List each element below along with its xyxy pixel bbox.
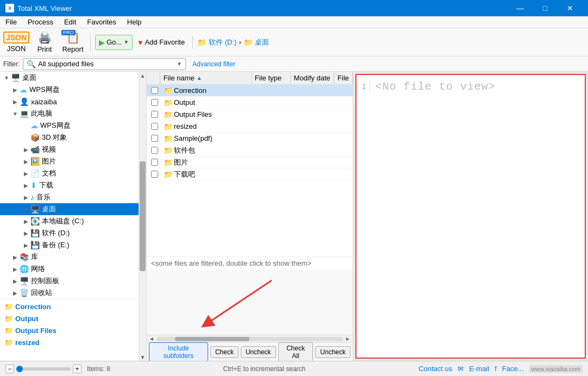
menu-file[interactable]: File xyxy=(0,16,22,28)
col-header-date[interactable]: Modify date xyxy=(291,72,335,84)
expand-icon[interactable]: ▼ xyxy=(2,75,11,81)
expand-icon[interactable]: ▶ xyxy=(22,159,30,165)
tree-scroll[interactable]: ▼ 🖥️ 桌面 ▶ ☁ WPS网盘 ▶ 👤 xaizaiba ▼ 💻 xyxy=(0,72,139,361)
file-hscroll[interactable]: ◄ ► xyxy=(147,335,353,342)
file-list-scroll[interactable]: 📁 Correction 📁 Output 📁 Output Files xyxy=(147,85,353,256)
include-subfolders-button[interactable]: Include subfolders xyxy=(149,342,208,361)
menu-help[interactable]: Help xyxy=(122,16,147,28)
file-checkbox-pic[interactable] xyxy=(147,159,162,166)
zoom-plus-button[interactable]: + xyxy=(73,365,82,373)
hscroll-thumb[interactable] xyxy=(175,337,249,341)
file-row-download[interactable]: 📁 下载吧 xyxy=(147,168,353,180)
tree-item-images[interactable]: ▶ 🖼️ 图片 xyxy=(0,155,139,167)
menu-process[interactable]: Process xyxy=(22,16,59,28)
tree-scrollbar[interactable]: ▲ ▼ xyxy=(139,72,146,361)
expand-icon[interactable]: ▶ xyxy=(22,147,30,153)
expand-icon[interactable]: ▶ xyxy=(22,218,30,224)
zoom-slider[interactable] xyxy=(16,367,71,371)
file-checkbox-download[interactable] xyxy=(147,171,162,178)
path-part-1[interactable]: 软件 (D:) xyxy=(209,37,236,47)
pinned-correction[interactable]: 📁 Correction xyxy=(0,300,139,312)
add-favorite-button[interactable]: ♥ Add Favorite xyxy=(135,35,188,50)
tree-item-e-drive[interactable]: ▶ 💾 备份 (E:) xyxy=(0,239,139,251)
file-row-sample[interactable]: 📁 Sample(pdf) xyxy=(147,133,353,145)
tree-item-desktop-selected[interactable]: ▼ 🖥️ 桌面 xyxy=(0,203,139,215)
file-row-resized[interactable]: 📁 resized xyxy=(147,121,353,133)
file-row-output[interactable]: 📁 Output xyxy=(147,97,353,109)
tree-item-desktop-top[interactable]: ▼ 🖥️ 桌面 xyxy=(0,72,139,84)
tree-item-d-drive[interactable]: ▶ 💾 软件 (D:) xyxy=(0,227,139,239)
tree-item-3d[interactable]: 📦 3D 对象 xyxy=(0,131,139,143)
expand-icon[interactable]: ▶ xyxy=(22,195,30,200)
uncheck-all-button[interactable]: Uncheck xyxy=(315,346,351,358)
file-checkbox-output-files[interactable] xyxy=(147,111,162,118)
json-button[interactable]: JSON JSON xyxy=(3,30,29,54)
tree-item-c-drive[interactable]: ▶ 💽 本地磁盘 (C:) xyxy=(0,215,139,227)
col-header-file[interactable]: File xyxy=(334,72,353,84)
report-button[interactable]: PRO 📋 Report xyxy=(60,30,86,54)
filter-dropdown[interactable]: 🔍 All supported files ▼ xyxy=(23,58,186,70)
go-button[interactable]: ▶ Go... ▼ xyxy=(95,35,133,50)
file-row-pkg[interactable]: 📁 软件包 xyxy=(147,145,353,156)
pinned-resized[interactable]: 📁 resized xyxy=(0,336,139,348)
zoom-thumb[interactable] xyxy=(16,366,23,372)
expand-icon[interactable]: ▶ xyxy=(22,230,30,236)
scroll-thumb[interactable] xyxy=(140,161,146,271)
expand-icon[interactable]: ▶ xyxy=(11,290,20,296)
pinned-output[interactable]: 📁 Output xyxy=(0,312,139,324)
expand-icon[interactable]: ▶ xyxy=(11,254,20,260)
expand-icon[interactable]: ▶ xyxy=(22,242,30,248)
minimize-button[interactable]: — xyxy=(508,0,533,16)
menu-edit[interactable]: Edit xyxy=(59,16,82,28)
file-row-output-files[interactable]: 📁 Output Files xyxy=(147,109,353,121)
print-button[interactable]: 🖨️ Print xyxy=(32,30,58,54)
tree-item-music[interactable]: ▶ ♪ 音乐 xyxy=(0,191,139,203)
file-row-pic[interactable]: 📁 图片 xyxy=(147,156,353,168)
scroll-track[interactable] xyxy=(139,79,146,353)
tree-item-docs[interactable]: ▶ 📄 文档 xyxy=(0,167,139,179)
tree-item-trash[interactable]: ▶ 🗑️ 回收站 xyxy=(0,287,139,299)
close-button[interactable]: ✕ xyxy=(558,0,583,16)
maximize-button[interactable]: □ xyxy=(533,0,558,16)
scroll-up-arrow[interactable]: ▲ xyxy=(139,72,146,79)
tree-item-xaizaiba[interactable]: ▶ 👤 xaizaiba xyxy=(0,96,139,108)
tree-item-network[interactable]: ▶ 🌐 网络 xyxy=(0,263,139,275)
zoom-minus-button[interactable]: − xyxy=(5,365,14,373)
tree-item-downloads[interactable]: ▶ ⬇ 下载 xyxy=(0,179,139,191)
tree-item-library[interactable]: ▶ 📚 库 xyxy=(0,251,139,263)
tree-item-wps2[interactable]: ☁ WPS网盘 xyxy=(0,120,139,131)
tree-item-wps-cloud[interactable]: ▶ ☁ WPS网盘 xyxy=(0,84,139,96)
path-part-2[interactable]: 桌面 xyxy=(255,37,269,47)
expand-icon[interactable]: ▶ xyxy=(11,266,20,272)
file-checkbox-correction[interactable] xyxy=(147,87,162,94)
pinned-output-files[interactable]: 📁 Output Files xyxy=(0,324,139,336)
file-row-correction[interactable]: 📁 Correction xyxy=(147,85,353,97)
advanced-filter-button[interactable]: Advanced filter xyxy=(189,59,239,69)
col-header-name[interactable]: File name ▲ xyxy=(160,72,252,84)
contact-us-link[interactable]: Contact us xyxy=(418,365,452,373)
facebook-link[interactable]: Face... xyxy=(502,365,524,373)
hscroll-left-arrow[interactable]: ◄ xyxy=(148,336,155,342)
hscroll-right-arrow[interactable]: ► xyxy=(344,336,352,342)
expand-icon[interactable]: ▶ xyxy=(11,99,20,105)
tree-item-this-pc[interactable]: ▼ 💻 此电脑 xyxy=(0,108,139,120)
menu-favorites[interactable]: Favorites xyxy=(82,16,121,28)
hscroll-track[interactable] xyxy=(157,337,343,341)
file-checkbox-output[interactable] xyxy=(147,99,162,106)
check-button[interactable]: Check xyxy=(210,346,239,358)
file-checkbox-sample[interactable] xyxy=(147,135,162,142)
tree-item-control[interactable]: ▶ 🖥️ 控制面板 xyxy=(0,275,139,287)
expand-icon[interactable]: ▼ xyxy=(22,206,30,212)
expand-icon[interactable]: ▶ xyxy=(11,87,20,93)
col-header-type[interactable]: File type xyxy=(252,72,291,84)
uncheck-button[interactable]: Uncheck xyxy=(241,346,276,358)
expand-icon[interactable]: ▼ xyxy=(11,111,20,117)
email-link[interactable]: E-mail xyxy=(469,365,489,373)
scroll-down-arrow[interactable]: ▼ xyxy=(139,353,146,361)
expand-icon[interactable]: ▶ xyxy=(22,183,30,189)
file-checkbox-pkg[interactable] xyxy=(147,147,162,154)
expand-icon[interactable]: ▶ xyxy=(11,278,20,284)
check-all-button[interactable]: Check All xyxy=(278,342,314,361)
file-checkbox-resized[interactable] xyxy=(147,123,162,130)
expand-icon[interactable]: ▶ xyxy=(22,171,30,177)
